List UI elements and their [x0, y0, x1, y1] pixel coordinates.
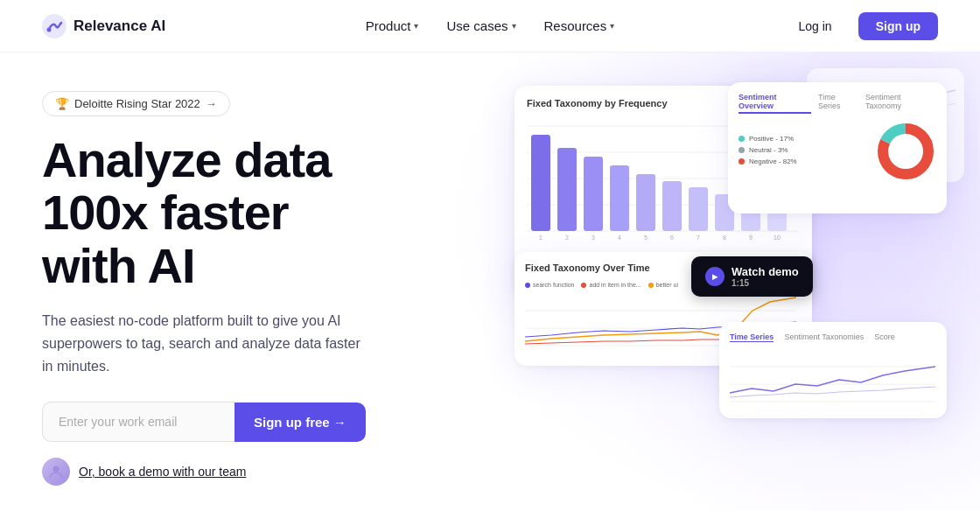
svg-rect-13 [662, 181, 682, 231]
watch-demo-time: 1:15 [732, 278, 799, 288]
svg-text:1: 1 [539, 234, 542, 240]
bottom-tab-timeseries[interactable]: Time Series [730, 332, 774, 342]
watch-demo-text: Watch demo 1:15 [732, 265, 799, 288]
hero-section: 🏆 Deloitte Rising Star 2022 → Analyze da… [0, 52, 980, 511]
hero-right: Fixed Taxonomy by Frequency Edit chart ↗ [497, 68, 938, 471]
svg-rect-10 [584, 157, 603, 231]
sentiment-tab-taxonomy[interactable]: Sentiment Taxonomy [865, 93, 936, 114]
hero-left: 🏆 Deloitte Rising Star 2022 → Analyze da… [42, 77, 480, 486]
svg-point-0 [42, 14, 66, 38]
svg-text:6: 6 [670, 234, 674, 240]
signup-form: Sign up free → [42, 402, 480, 442]
negative-label: Negative - 82% [749, 158, 797, 165]
svg-text:2: 2 [565, 234, 569, 240]
nav-resources[interactable]: Resources ▾ [534, 13, 626, 38]
legend-label-1: search function [533, 282, 574, 288]
hero-headline: Analyze data100x fasterwith AI [42, 134, 480, 292]
donut-chart [875, 121, 936, 182]
bottom-card: Time Series Sentiment Taxonomies Score [719, 322, 947, 418]
legend-item-1: search function [525, 282, 574, 288]
nav-actions: Log in Sign up [783, 12, 938, 40]
legend-label-3: better ui [656, 282, 678, 288]
legend-neutral: Neutral - 3% [738, 146, 866, 154]
badge-emoji: 🏆 [55, 97, 69, 110]
legend-negative: Negative - 82% [738, 158, 866, 165]
logo[interactable]: Relevance AI [42, 14, 165, 38]
svg-point-2 [53, 466, 60, 472]
chart-title: Fixed Taxonomy by Frequency [527, 98, 668, 108]
email-input[interactable] [42, 402, 234, 442]
svg-rect-11 [610, 165, 629, 231]
svg-text:4: 4 [618, 234, 621, 240]
play-icon: ▶ [705, 267, 724, 286]
bottom-tab-score[interactable]: Score [874, 332, 895, 342]
sentiment-body: Positive - 17% Neutral - 3% Negative - 8… [738, 121, 936, 182]
svg-rect-8 [531, 135, 550, 231]
award-badge[interactable]: 🏆 Deloitte Rising Star 2022 → [42, 91, 230, 116]
neutral-label: Neutral - 3% [749, 146, 788, 154]
svg-point-1 [47, 27, 52, 32]
badge-text: Deloitte Rising Star 2022 [74, 97, 200, 110]
watch-demo-label: Watch demo [732, 265, 799, 278]
demo-link-area: Or, book a demo with our team [42, 458, 480, 486]
positive-dot [738, 136, 745, 142]
legend-positive: Positive - 17% [738, 135, 866, 143]
bottom-tabs: Time Series Sentiment Taxonomies Score [730, 332, 936, 342]
brand-name: Relevance AI [74, 18, 165, 35]
legend-item-3: better ui [648, 282, 678, 288]
signup-nav-button[interactable]: Sign up [858, 12, 938, 40]
signup-hero-button[interactable]: Sign up free → [234, 402, 366, 442]
svg-rect-12 [636, 174, 655, 231]
chevron-down-icon: ▾ [610, 21, 614, 31]
svg-text:10: 10 [774, 234, 780, 240]
neutral-dot [738, 147, 745, 153]
avatar [42, 458, 70, 486]
legend-dot-3 [648, 283, 654, 288]
sentiment-tab-overview[interactable]: Sentiment Overview [738, 93, 811, 114]
bottom-tab-taxonomies[interactable]: Sentiment Taxonomies [784, 332, 864, 342]
svg-rect-14 [689, 187, 708, 231]
svg-text:5: 5 [644, 234, 648, 240]
legend-label-2: add in item in the... [589, 282, 640, 288]
watch-demo-button[interactable]: ▶ Watch demo 1:15 [691, 256, 813, 297]
sentiment-tabs: Sentiment Overview Time Series Sentiment… [738, 93, 936, 114]
logo-icon [42, 14, 66, 38]
login-button[interactable]: Log in [783, 13, 848, 39]
positive-label: Positive - 17% [749, 135, 794, 143]
svg-rect-9 [557, 148, 577, 231]
badge-arrow: → [206, 97, 217, 110]
bottom-line-chart [730, 349, 935, 406]
chevron-down-icon: ▾ [414, 21, 418, 31]
negative-dot [738, 158, 745, 164]
svg-text:8: 8 [723, 234, 726, 240]
navbar: Relevance AI Product ▾ Use cases ▾ Resou… [0, 0, 980, 52]
hero-subtext: The easiest no-code platform built to gi… [42, 310, 374, 377]
sentiment-card: Sentiment Overview Time Series Sentiment… [728, 82, 947, 214]
legend-dot-1 [525, 283, 530, 288]
legend-dot-2 [581, 283, 586, 288]
nav-links: Product ▾ Use cases ▾ Resources ▾ [355, 13, 625, 38]
book-demo-link[interactable]: Or, book a demo with our team [79, 465, 246, 479]
timeline-title: Fixed Taxonomy Over Time [525, 262, 650, 273]
svg-text:3: 3 [592, 234, 595, 240]
person-icon [47, 463, 65, 480]
nav-use-cases[interactable]: Use cases ▾ [436, 13, 526, 38]
svg-text:7: 7 [696, 234, 700, 240]
sentiment-tab-series[interactable]: Time Series [818, 93, 858, 114]
legend-item-2: add in item in the... [581, 282, 640, 288]
nav-product[interactable]: Product ▾ [355, 13, 430, 38]
sentiment-legend: Positive - 17% Neutral - 3% Negative - 8… [738, 135, 866, 169]
chevron-down-icon: ▾ [512, 21, 516, 31]
svg-text:9: 9 [749, 234, 752, 240]
